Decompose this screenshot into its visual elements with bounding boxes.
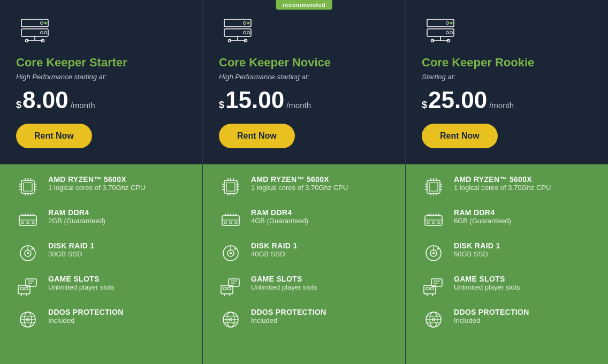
feature-label: RAM DDR4 <box>251 208 308 217</box>
disk-icon <box>16 241 40 265</box>
svg-point-108 <box>446 22 449 25</box>
feature-text: DDOS PROTECTIONIncluded <box>251 308 326 324</box>
feature-value: 30GB SSD <box>48 250 95 258</box>
svg-point-5 <box>41 32 43 34</box>
cpu-icon <box>16 175 40 199</box>
feature-value: 1 logical cores of 3.70Ghz CPU <box>454 184 551 192</box>
svg-rect-32 <box>27 222 29 224</box>
disk-icon <box>219 241 242 265</box>
rent-now-button-starter[interactable]: Rent Now <box>16 124 92 148</box>
server-icon <box>219 15 256 47</box>
feature-label: Game Slots <box>251 275 317 283</box>
svg-point-107 <box>450 22 453 25</box>
svg-rect-33 <box>32 222 34 224</box>
rent-now-button-novice[interactable]: Rent Now <box>219 124 295 148</box>
ddos-icon <box>422 308 445 331</box>
feature-text: DDOS PROTECTIONIncluded <box>48 308 124 324</box>
feature-label: DDOS PROTECTION <box>454 308 529 316</box>
feature-value: Included <box>454 316 529 324</box>
price-period: /month <box>71 101 95 110</box>
ddos-icon <box>16 308 40 331</box>
rent-now-button-rookie[interactable]: Rent Now <box>422 124 498 148</box>
svg-point-142 <box>432 252 435 254</box>
svg-rect-137 <box>427 222 429 224</box>
plan-price: $25.00/month <box>422 88 592 112</box>
price-period: /month <box>489 101 514 110</box>
plan-subtitle: High Performance starting at: <box>16 73 186 81</box>
feature-text: DISK RAID 150GB SSD <box>454 241 500 258</box>
plan-title: Core Keeper Rookie <box>422 56 592 70</box>
svg-point-55 <box>244 22 246 25</box>
svg-rect-41 <box>25 287 28 290</box>
feature-item: AMD Ryzen™ 5600X1 logical cores of 3.70G… <box>16 175 186 199</box>
svg-point-58 <box>244 32 246 34</box>
feature-text: RAM DDR44GB (Guaranteed) <box>251 208 308 225</box>
svg-point-111 <box>446 32 449 34</box>
svg-rect-139 <box>438 222 440 224</box>
feature-value: Unlimited player slots <box>48 283 115 291</box>
svg-rect-31 <box>21 222 24 224</box>
svg-rect-84 <box>224 222 226 224</box>
feature-label: AMD Ryzen™ 5600X <box>48 175 145 184</box>
server-icon <box>16 15 54 47</box>
svg-point-110 <box>450 32 453 34</box>
server-icon <box>422 15 459 47</box>
price-dollar: $ <box>422 100 427 111</box>
feature-label: RAM DDR4 <box>454 208 511 217</box>
feature-item: RAM DDR42GB (Guaranteed) <box>16 208 186 232</box>
feature-value: 50GB SSD <box>454 250 500 258</box>
feature-text: AMD Ryzen™ 5600X1 logical cores of 3.70G… <box>251 175 348 192</box>
price-amount: 25.00 <box>428 88 487 112</box>
feature-text: AMD Ryzen™ 5600X1 logical cores of 3.70G… <box>454 175 551 192</box>
svg-rect-64 <box>226 183 235 191</box>
svg-point-57 <box>247 32 250 34</box>
feature-value: 1 logical cores of 3.70Ghz CPU <box>251 184 348 192</box>
feature-item: DISK RAID 140GB SSD <box>219 241 389 265</box>
ram-icon <box>219 208 242 232</box>
svg-rect-147 <box>430 287 434 290</box>
feature-label: DISK RAID 1 <box>48 241 95 250</box>
slots-icon <box>16 275 40 298</box>
feature-value: 2GB (Guaranteed) <box>48 217 105 225</box>
plan-subtitle: High Performance starting at: <box>219 73 389 81</box>
feature-item: RAM DDR44GB (Guaranteed) <box>219 208 389 232</box>
feature-value: 4GB (Guaranteed) <box>251 217 308 225</box>
feature-text: DISK RAID 140GB SSD <box>251 241 298 258</box>
feature-item: DDOS PROTECTIONIncluded <box>16 308 186 331</box>
feature-label: RAM DDR4 <box>48 208 105 217</box>
svg-rect-11 <box>24 183 32 191</box>
svg-rect-86 <box>235 222 237 224</box>
slots-icon <box>422 275 445 298</box>
plan-price: $8.00/month <box>16 88 186 112</box>
feature-value: 6GB (Guaranteed) <box>454 217 511 225</box>
feature-value: Included <box>48 316 124 324</box>
feature-text: AMD Ryzen™ 5600X1 logical cores of 3.70G… <box>48 175 145 192</box>
price-dollar: $ <box>219 100 224 111</box>
feature-value: Unlimited player slots <box>454 283 520 291</box>
plan-top-rookie: Core Keeper RookieStarting at:$25.00/mon… <box>406 0 608 164</box>
feature-label: DDOS PROTECTION <box>251 308 326 316</box>
ram-icon <box>422 208 445 232</box>
ram-icon <box>16 208 40 232</box>
feature-label: DISK RAID 1 <box>251 241 298 250</box>
feature-item: Game SlotsUnlimited player slots <box>219 275 389 298</box>
feature-label: AMD Ryzen™ 5600X <box>454 175 551 184</box>
svg-point-4 <box>44 32 47 34</box>
svg-point-144 <box>437 248 439 250</box>
feature-item: DISK RAID 150GB SSD <box>422 241 592 265</box>
feature-value: Unlimited player slots <box>251 283 317 291</box>
feature-text: DDOS PROTECTIONIncluded <box>454 308 529 324</box>
svg-rect-93 <box>223 287 226 290</box>
feature-value: 1 logical cores of 3.70Ghz CPU <box>48 184 145 192</box>
plan-bottom-starter: AMD Ryzen™ 5600X1 logical cores of 3.70G… <box>0 164 202 364</box>
feature-label: DISK RAID 1 <box>454 241 500 250</box>
feature-item: AMD Ryzen™ 5600X1 logical cores of 3.70G… <box>219 175 389 199</box>
svg-rect-138 <box>432 222 435 224</box>
feature-value: Included <box>251 316 326 324</box>
plan-price: $15.00/month <box>219 88 389 112</box>
plan-bottom-novice: AMD Ryzen™ 5600X1 logical cores of 3.70G… <box>203 164 405 364</box>
price-dollar: $ <box>16 100 21 111</box>
plan-subtitle: Starting at: <box>422 73 592 81</box>
disk-icon <box>422 241 445 265</box>
feature-item: DDOS PROTECTIONIncluded <box>219 308 389 331</box>
